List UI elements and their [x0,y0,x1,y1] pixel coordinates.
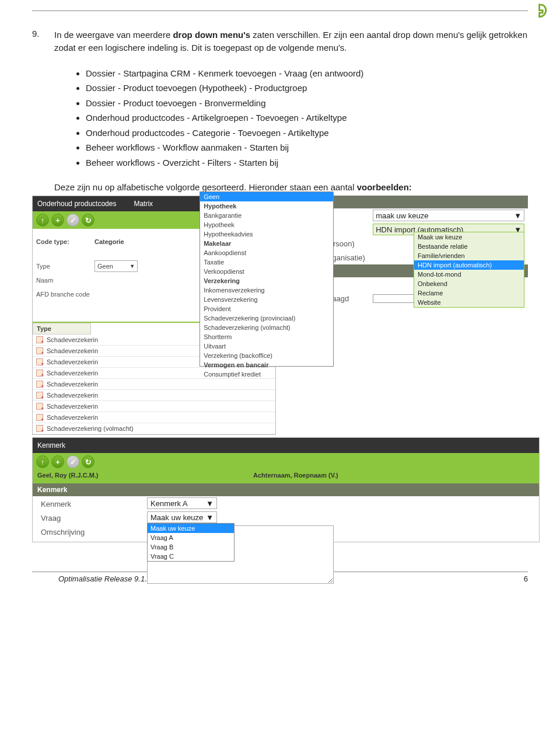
dropdown-option[interactable]: Website [414,298,524,307]
vraag-label: Vraag [36,511,147,525]
dropdown-option[interactable]: Bankgarantie [200,211,333,220]
screenshot-kenmerk: Kenmerk ↑ + ✓ ↻ Geel, Roy (R.J.C.M.) Ach… [32,437,540,542]
dropdown-option[interactable]: Onbekend [414,279,524,288]
bullet-item: Beheer workflows - Overzicht - Filters -… [86,156,528,170]
up-icon[interactable]: ↑ [36,214,49,227]
campagne-select[interactable]: maak uw keuze▼ [373,210,524,221]
brand-logo [532,3,548,19]
dropdown-option[interactable]: Vraag C [148,552,234,561]
kenmerk-section: Kenmerk [33,483,539,496]
row-icon [36,381,43,388]
check-icon[interactable]: ✓ [66,214,79,227]
page-number: 6 [524,574,528,583]
naam-label: Naam [36,277,94,284]
check-icon[interactable]: ✓ [66,455,79,468]
dropdown-option[interactable]: Consumptief krediet [200,370,333,379]
dropdown-option[interactable]: Reclame [414,288,524,298]
post-paragraph: Deze zijn nu op alfabetische volgorde ge… [54,182,528,192]
type-select[interactable]: Geen▼ [94,260,138,272]
dropdown-option[interactable]: Schadeverzekering (volmacht) [200,323,333,332]
dropdown-option[interactable]: Shortterm [200,332,333,342]
person-name-1: Geel, Roy (R.J.C.M.) [37,472,253,482]
bullet-item: Onderhoud productcodes - Artikelgroepen … [86,112,528,125]
code-type-label: Code type: [36,238,69,245]
row-icon [36,347,43,354]
table-row[interactable]: Schadeverzekerin [33,390,275,401]
refresh-icon[interactable]: ↻ [82,455,94,468]
screenshot-productcodes: Onderhoud productcodes Matrix Code n ↑ +… [32,196,276,435]
row-icon [36,392,43,399]
afd-label: AFD branche code [36,291,118,298]
dropdown-option[interactable]: Provident [200,304,333,313]
dropdown-option[interactable]: Vraag A [148,533,234,542]
dropdown-option[interactable]: Bestaande relatie [414,242,524,251]
dropdown-option[interactable]: Vraag B [148,542,234,552]
person-name-2: Achternaam, Roepnaam (V.) [253,472,338,482]
vraag-dropdown-list[interactable]: Maak uw keuzeVraag AVraag BVraag C [147,523,235,562]
kenmerk-label: Kenmerk [36,497,147,511]
dropdown-option[interactable]: Maak uw keuze [414,232,524,242]
dropdown-option[interactable]: Inkomensverzekering [200,285,333,295]
dropdown-option[interactable]: HDN import (automatisch) [414,260,524,270]
dropdown-option[interactable]: Hypotheek [200,201,333,211]
bullet-item: Beheer workflows - Workflow aanmaken - S… [86,141,528,155]
dropdown-option[interactable]: Uitvaart [200,342,333,351]
vraag-select[interactable]: Maak uw keuze▼ [147,511,217,523]
type-dropdown-list[interactable]: GeenHypotheekBankgarantieHypotheekHypoth… [200,191,334,367]
row-icon [36,414,43,421]
bullet-item: Dossier - Product toevoegen - Bronvermel… [86,97,528,110]
dropdown-option[interactable]: Verzekering [200,276,333,285]
add-icon[interactable]: + [51,214,64,227]
dropdown-option[interactable]: Hypotheek [200,220,333,229]
dropdown-option[interactable]: Taxatie [200,257,333,267]
footer-title: Optimalisatie Release 9.1.1 [58,574,151,583]
row-icon [36,425,43,432]
bullet-item: Dossier - Startpagina CRM - Kenmerk toev… [86,67,528,81]
row-icon [36,358,43,365]
omschrijving-label: Omschrijving [36,525,147,539]
list-number: 9. [32,29,46,54]
table-row[interactable]: Schadeverzekerin [33,412,275,423]
table-row[interactable]: Schadeverzekering (volmacht) [33,423,275,434]
bullet-list: Dossier - Startpagina CRM - Kenmerk toev… [75,67,528,170]
table-row[interactable]: Schadeverzekerin [33,379,275,390]
kenmerk-select[interactable]: Kenmerk A▼ [147,497,217,509]
dropdown-option[interactable]: Verzekering (backoffice) [200,351,333,360]
dropdown-option[interactable]: Makelaar [200,239,333,248]
type-label: Type [36,263,94,270]
dropdown-option[interactable]: Maak uw keuze [148,524,234,533]
bullet-item: Dossier - Product toevoegen (Hypotheek) … [86,82,528,95]
row-icon [36,370,43,377]
up-icon[interactable]: ↑ [36,455,49,468]
bullet-item: Onderhoud productcodes - Categorie - Toe… [86,127,528,140]
kenmerk-title: Kenmerk [37,441,65,450]
intro-paragraph: In de weergave van meerdere drop down me… [54,29,528,54]
dropdown-option[interactable]: Hypotheekadvies [200,229,333,239]
refresh-icon[interactable]: ↻ [82,214,94,227]
window-title: Onderhoud productcodes [37,200,116,208]
tab-matrix[interactable]: Matrix [134,200,153,208]
dropdown-option[interactable]: Levensverzekering [200,295,333,304]
row-icon [36,336,43,343]
dropdown-option[interactable]: Verkoopdienst [200,267,333,276]
table-row[interactable]: Schadeverzekerin [33,401,275,412]
dropdown-option[interactable]: Schadeverzekering (provinciaal) [200,313,333,323]
dropdown-option[interactable]: Familie/vrienden [414,251,524,260]
add-icon[interactable]: + [51,455,64,468]
dropdown-option[interactable]: Geen [200,192,333,201]
dropdown-option[interactable]: Vermogen en bancair [200,360,333,370]
type-column-header: Type [33,323,91,335]
code-type-value: Categorie [94,238,124,245]
row-icon [36,403,43,410]
dropdown-option[interactable]: Aankoopdienst [200,248,333,257]
bron-dropdown-list[interactable]: Maak uw keuzeBestaande relatieFamilie/vr… [414,232,524,308]
dropdown-option[interactable]: Mond-tot-mond [414,270,524,279]
